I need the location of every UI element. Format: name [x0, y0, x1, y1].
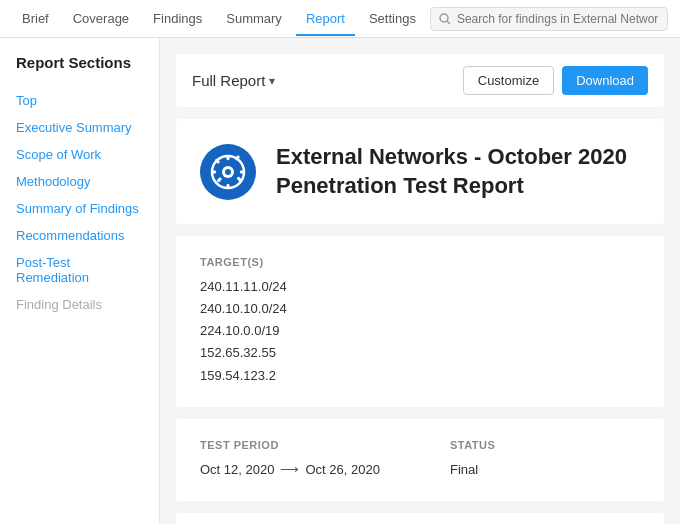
targets-card: TARGET(S) 240.11.11.0/24 240.10.10.0/24 …	[176, 236, 664, 406]
search-input[interactable]	[457, 12, 659, 26]
status-value: Final	[450, 459, 640, 481]
sidebar-item-recommendations[interactable]: Recommendations	[0, 222, 159, 249]
svg-line-1	[447, 21, 450, 24]
targets-label: TARGET(S)	[200, 256, 640, 268]
report-type-selector[interactable]: Full Report ▾	[192, 72, 275, 89]
main-content: Full Report ▾ Customize Download	[160, 38, 680, 524]
layout: Report Sections Top Executive Summary Sc…	[0, 38, 680, 524]
test-period-value: Oct 12, 2020 ⟶ Oct 26, 2020	[200, 459, 380, 481]
svg-rect-5	[227, 155, 230, 160]
report-title: External Networks - October 2020 Penetra…	[276, 143, 627, 200]
report-logo-icon	[210, 154, 246, 190]
test-period-card: TEST PERIOD Oct 12, 2020 ⟶ Oct 26, 2020 …	[176, 419, 664, 501]
search-icon	[439, 13, 451, 25]
download-button[interactable]: Download	[562, 66, 648, 95]
svg-rect-6	[227, 184, 230, 189]
sidebar-item-post-test-remediation[interactable]: Post-Test Remediation	[0, 249, 159, 291]
sidebar-item-finding-details[interactable]: Finding Details	[0, 291, 159, 318]
sidebar-title: Report Sections	[0, 54, 159, 87]
sidebar-item-top[interactable]: Top	[0, 87, 159, 114]
tab-coverage[interactable]: Coverage	[63, 3, 139, 36]
targets-value: 240.11.11.0/24 240.10.10.0/24 224.10.0.0…	[200, 276, 640, 386]
search-bar[interactable]	[430, 7, 668, 31]
report-header-bar: Full Report ▾ Customize Download	[176, 54, 664, 107]
sidebar-item-methodology[interactable]: Methodology	[0, 168, 159, 195]
svg-rect-11	[217, 177, 223, 183]
test-period-label: TEST PERIOD	[200, 439, 390, 451]
customize-button[interactable]: Customize	[463, 66, 554, 95]
report-type-label: Full Report	[192, 72, 265, 89]
tab-settings[interactable]: Settings	[359, 3, 426, 36]
sidebar: Report Sections Top Executive Summary Sc…	[0, 38, 160, 524]
tab-report[interactable]: Report	[296, 3, 355, 36]
arrow-icon: ⟶	[280, 459, 299, 481]
tab-brief[interactable]: Brief	[12, 3, 59, 36]
svg-rect-7	[211, 170, 216, 173]
header-actions: Customize Download	[463, 66, 648, 95]
tab-summary[interactable]: Summary	[216, 3, 292, 36]
performed-by-card: TEST PERFORMED BY FC Frederic Chopin Loa…	[176, 513, 664, 524]
report-title-card: External Networks - October 2020 Penetra…	[176, 119, 664, 224]
svg-rect-8	[240, 170, 245, 173]
sidebar-nav: Top Executive Summary Scope of Work Meth…	[0, 87, 159, 318]
svg-point-0	[440, 14, 448, 22]
report-logo	[200, 144, 256, 200]
status-label: STATUS	[450, 439, 640, 451]
chevron-down-icon: ▾	[269, 74, 275, 88]
svg-point-4	[225, 169, 231, 175]
sidebar-item-scope-of-work[interactable]: Scope of Work	[0, 141, 159, 168]
sidebar-item-summary-of-findings[interactable]: Summary of Findings	[0, 195, 159, 222]
top-nav: Brief Coverage Findings Summary Report S…	[0, 0, 680, 38]
sidebar-item-executive-summary[interactable]: Executive Summary	[0, 114, 159, 141]
tab-findings[interactable]: Findings	[143, 3, 212, 36]
